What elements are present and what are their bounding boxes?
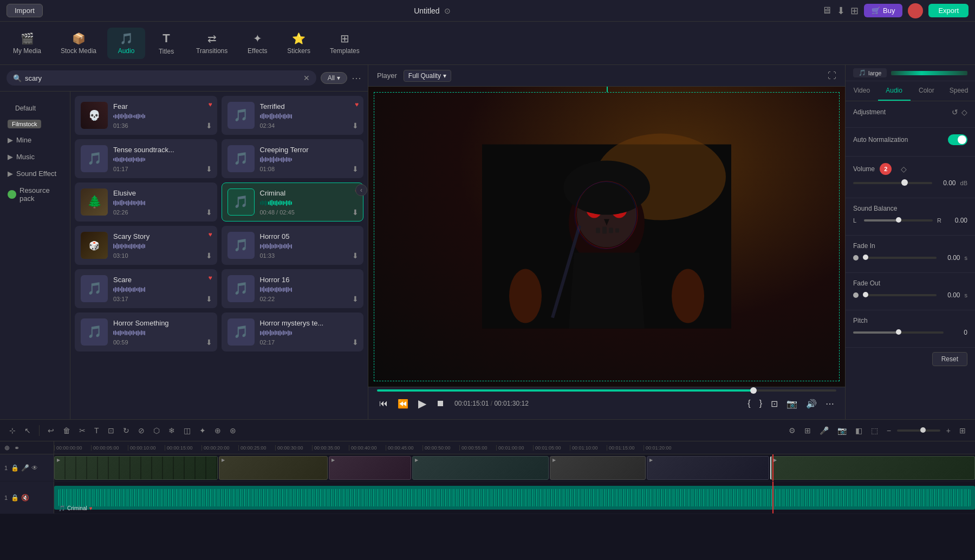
filter-all-dropdown[interactable]: All ▾ [321, 72, 347, 84]
stop-button[interactable]: ⏹ [434, 398, 447, 409]
track-mic-icon[interactable]: 🎤 [21, 464, 29, 472]
tab-titles[interactable]: T Titles [147, 27, 185, 60]
adjustment-diamond-icon[interactable]: ◇ [961, 108, 967, 116]
text-tool-button[interactable]: T [92, 425, 102, 437]
more-options-button[interactable]: ⋯ [352, 72, 361, 84]
collapse-panel-button[interactable]: ‹ [355, 184, 367, 196]
quality-select[interactable]: Full Quality ▾ [404, 70, 451, 82]
balance-slider[interactable] [864, 219, 933, 222]
stabilize-button[interactable]: ⊕ [212, 425, 224, 437]
audio-card-criminal[interactable]: 🎵 Criminal 00:48 / 02:45 ♥ [222, 183, 364, 222]
audio-card-creeping[interactable]: 🎵 Creeping Terror 01:08 ⬇ [222, 139, 364, 178]
buy-button[interactable]: 🛒 Buy [864, 4, 902, 17]
horror-something-download-icon[interactable]: ⬇ [206, 338, 212, 347]
tab-effects[interactable]: ✦ Effects [238, 28, 276, 59]
mask-button[interactable]: ⬡ [151, 425, 162, 437]
video-clip-4[interactable]: ▶ [412, 456, 549, 480]
video-clip-6[interactable]: ▶ [647, 456, 770, 480]
audio-card-horror05[interactable]: 🎵 Horror 05 01:33 ⬇ [222, 226, 364, 265]
audio-card-scary-story[interactable]: 🎲 Scary Story 03:10 ♥ ⬇ [75, 226, 217, 265]
redo-button[interactable]: 🗑 [60, 425, 73, 437]
video-clip-3[interactable]: ▶ [329, 456, 411, 480]
select-tool-button[interactable]: ⊹ [6, 425, 18, 437]
skip-back-button[interactable]: ⏮ [377, 398, 390, 409]
user-avatar[interactable] [908, 3, 923, 18]
fullscreen-button[interactable]: ⛶ [828, 71, 836, 81]
reset-button[interactable]: Reset [932, 352, 967, 366]
settings-tl-button[interactable]: ⚙ [786, 425, 798, 437]
criminal-download-icon[interactable]: ⬇ [352, 208, 359, 217]
volume-diamond-icon[interactable]: ◇ [901, 165, 907, 173]
audio-card-tense[interactable]: 🎵 Tense soundtrack... 01:17 ⬇ [75, 139, 217, 178]
frame-back-button[interactable]: ⏪ [395, 398, 411, 410]
audio-card-horror-something[interactable]: 🎵 Horror Something 00:59 ⬇ [75, 312, 217, 351]
mark-in-button[interactable]: { [745, 398, 752, 410]
mic-button[interactable]: 🎤 [817, 425, 831, 437]
pitch-slider[interactable] [853, 331, 944, 334]
freeze-button[interactable]: ❄ [166, 425, 178, 437]
composite2-button[interactable]: ◧ [853, 425, 865, 437]
flip-button[interactable]: ⊘ [135, 425, 147, 437]
category-sound-effect[interactable]: ▶ Sound Effect [0, 165, 70, 182]
volume-track[interactable] [853, 182, 932, 184]
import-button[interactable]: Import [6, 4, 43, 17]
creeping-download-icon[interactable]: ⬇ [352, 165, 359, 173]
rotate-button[interactable]: ↻ [120, 425, 132, 437]
camera-button[interactable]: 📷 [835, 425, 849, 437]
composite-button[interactable]: ◫ [181, 425, 193, 437]
tab-transitions[interactable]: ⇄ Transitions [187, 28, 236, 59]
settings-button[interactable]: ⋯ [823, 398, 836, 410]
play-button[interactable]: ▶ [416, 396, 428, 411]
tense-download-icon[interactable]: ⬇ [206, 165, 212, 173]
tab-audio-settings[interactable]: Audio [878, 81, 911, 101]
category-resource-pack[interactable]: Resource pack [0, 182, 70, 207]
magnet-button[interactable]: ⊞ [802, 425, 814, 437]
audio-card-horror16[interactable]: 🎵 Horror 16 02:22 ⬇ [222, 269, 364, 308]
zoom-slider[interactable] [897, 429, 940, 432]
crop-button[interactable]: ⊡ [105, 425, 117, 437]
undo-button[interactable]: ↩ [45, 425, 57, 437]
audio-lock-icon[interactable]: 🔒 [11, 494, 19, 502]
tab-video[interactable]: Video [846, 81, 878, 101]
audio-card-scare[interactable]: 🎵 Scare 03:17 ♥ ⬇ [75, 269, 217, 308]
audio-waveform-block[interactable] [54, 486, 975, 510]
video-clip-2[interactable]: ▶ [219, 456, 328, 480]
terrified-download-icon[interactable]: ⬇ [352, 121, 359, 130]
auto-normalization-toggle[interactable] [948, 134, 967, 145]
volume-control-button[interactable]: 🔊 [804, 398, 819, 410]
filmstock-badge[interactable]: Filmstock [8, 120, 41, 128]
progress-bar[interactable] [377, 389, 836, 392]
preset-chip-large[interactable]: 🎵 large [853, 68, 887, 77]
grid-layout-button[interactable]: ⊞ [957, 425, 968, 437]
tab-stock-media[interactable]: 📦 Stock Media [52, 28, 105, 59]
search-clear-button[interactable]: ✕ [303, 74, 310, 82]
add-track-button[interactable]: ⊕ [4, 444, 10, 452]
fade-out-slider[interactable] [863, 294, 937, 296]
eye-icon[interactable]: 👁 [31, 464, 38, 472]
horror-mystery-download-icon[interactable]: ⬇ [352, 338, 359, 347]
audio-card-elusive[interactable]: 🌲 Elusive 02:26 ⬇ [75, 183, 217, 222]
fade-in-slider[interactable] [863, 257, 937, 259]
tab-color[interactable]: Color [911, 81, 943, 101]
link-button[interactable]: ⚭ [14, 444, 20, 452]
minus-zoom-button[interactable]: − [884, 425, 894, 437]
audio-card-fear[interactable]: 💀 Fear 01:36 ♥ ⬇ [75, 96, 217, 135]
lock-icon[interactable]: 🔒 [11, 464, 19, 472]
elusive-download-icon[interactable]: ⬇ [206, 208, 212, 217]
audio-card-terrified[interactable]: 🎵 Terrified 02:34 ♥ ⬇ [222, 96, 364, 135]
scare-download-icon[interactable]: ⬇ [206, 295, 212, 303]
adjustment-reset-icon[interactable]: ↺ [952, 108, 958, 116]
pointer-tool-button[interactable]: ↖ [22, 425, 34, 437]
tab-stickers[interactable]: ⭐ Stickers [278, 28, 319, 59]
pan-button[interactable]: ✦ [197, 425, 209, 437]
category-music[interactable]: ▶ Music [0, 148, 70, 165]
video-clip-7[interactable]: ▶ [770, 456, 975, 480]
export-button[interactable]: Export [928, 4, 968, 17]
scary-story-download-icon[interactable]: ⬇ [206, 251, 212, 260]
scissors-button[interactable]: ✂ [76, 425, 88, 437]
plus-zoom-button[interactable]: + [944, 425, 953, 437]
tab-audio[interactable]: 🎵 Audio [107, 28, 145, 59]
default-tag[interactable]: Default [8, 100, 43, 116]
snapshot-button[interactable]: 📷 [784, 398, 800, 410]
search-input[interactable] [25, 74, 300, 82]
